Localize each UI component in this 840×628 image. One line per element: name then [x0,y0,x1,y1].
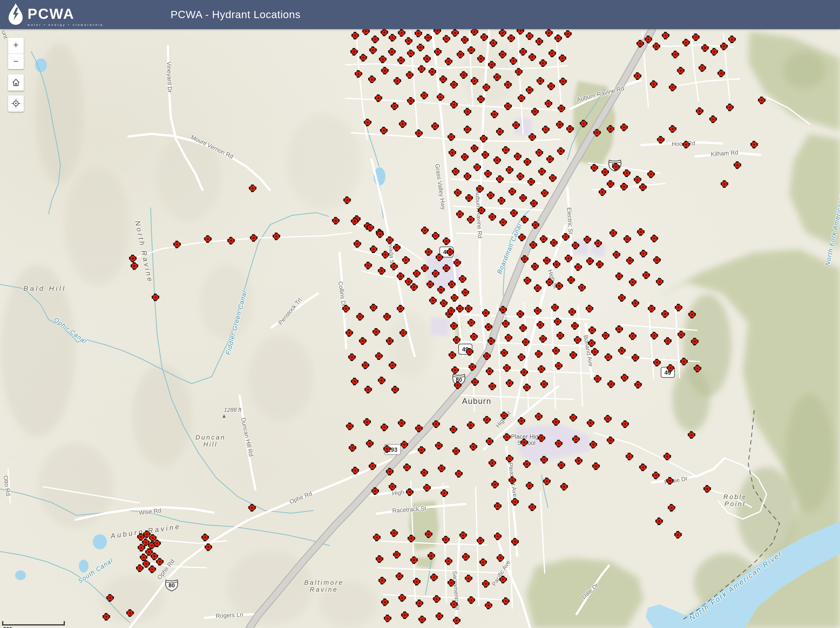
hydrant-marker[interactable] [467,421,475,429]
hydrant-marker[interactable] [664,337,671,345]
hydrant-marker[interactable] [499,29,507,37]
hydrant-marker[interactable] [369,46,377,54]
hydrant-marker[interactable] [485,602,493,609]
hydrant-marker[interactable] [483,416,491,424]
hydrant-marker[interactable] [227,237,235,245]
hydrant-marker[interactable] [698,64,706,72]
hydrant-marker[interactable] [622,420,629,428]
hydrant-marker[interactable] [517,173,524,180]
hydrant-marker[interactable] [572,242,579,249]
hydrant-marker[interactable] [106,594,114,602]
hydrant-marker[interactable] [368,76,376,83]
hydrant-marker[interactable] [397,273,404,280]
hydrant-marker[interactable] [417,44,425,51]
hydrant-marker[interactable] [559,54,566,62]
hydrant-marker[interactable] [451,29,459,37]
hydrant-marker[interactable] [557,461,565,469]
hydrant-marker[interactable] [519,48,527,56]
hydrant-marker[interactable] [482,309,490,317]
hydrant-marker[interactable] [548,50,556,57]
hydrant-marker[interactable] [407,535,415,543]
hydrant-marker[interactable] [701,44,709,52]
hydrant-marker[interactable] [461,289,469,296]
hydrant-marker[interactable] [688,431,695,439]
hydrant-marker[interactable] [470,443,477,451]
hydrant-marker[interactable] [461,153,469,161]
hydrant-marker[interactable] [507,35,515,42]
hydrant-marker[interactable] [467,216,475,224]
hydrant-marker[interactable] [450,101,458,109]
hydrant-marker[interactable] [592,462,600,470]
hydrant-marker[interactable] [624,235,631,243]
hydrant-marker[interactable] [483,352,491,360]
hydrant-marker[interactable] [148,565,156,573]
hydrant-marker[interactable] [538,365,545,373]
hydrant-marker[interactable] [547,83,555,90]
hydrant-marker[interactable] [553,418,560,426]
hydrant-marker[interactable] [584,236,591,243]
hydrant-marker[interactable] [411,556,418,564]
hydrant-marker[interactable] [551,304,559,311]
hydrant-marker[interactable] [634,176,641,184]
hydrant-marker[interactable] [518,353,526,361]
hydrant-marker[interactable] [249,185,257,192]
hydrant-marker[interactable] [626,257,634,265]
hydrant-marker[interactable] [373,328,380,336]
hydrant-marker[interactable] [398,29,406,37]
hydrant-marker[interactable] [556,332,564,339]
hydrant-marker[interactable] [173,241,181,248]
hydrant-marker[interactable] [543,257,551,265]
hydrant-marker[interactable] [514,153,521,160]
hydrant-marker[interactable] [655,518,663,525]
hydrant-marker[interactable] [570,414,577,421]
hydrant-marker[interactable] [636,40,644,48]
hydrant-marker[interactable] [503,364,511,372]
hydrant-marker[interactable] [386,237,394,244]
hydrant-marker[interactable] [540,380,548,388]
hydrant-marker[interactable] [502,597,510,605]
hydrant-marker[interactable] [432,270,439,278]
hydrant-marker[interactable] [539,59,547,67]
hydrant-marker[interactable] [607,125,614,133]
hydrant-marker[interactable] [425,248,433,256]
hydrant-marker[interactable] [396,573,403,580]
hydrant-marker[interactable] [496,175,504,183]
hydrant-marker[interactable] [704,485,711,493]
hydrant-marker[interactable] [443,35,450,43]
hydrant-marker[interactable] [423,55,431,63]
hydrant-marker[interactable] [415,30,422,37]
hydrant-marker[interactable] [482,580,490,588]
hydrant-marker[interactable] [436,254,444,261]
hydrant-marker[interactable] [668,504,676,512]
hydrant-marker[interactable] [535,350,543,358]
hydrant-marker[interactable] [378,377,386,384]
hydrant-marker[interactable] [359,337,366,345]
hydrant-marker[interactable] [355,70,362,78]
hydrant-marker[interactable] [445,58,453,65]
hydrant-marker[interactable] [426,281,434,288]
hydrant-marker[interactable] [538,434,545,442]
hydrant-marker[interactable] [540,235,548,243]
hydrant-marker[interactable] [401,611,409,619]
hydrant-marker[interactable] [436,612,444,620]
hydrant-marker[interactable] [488,213,496,221]
hydrant-marker[interactable] [343,305,350,312]
hydrant-marker[interactable] [651,235,658,243]
hydrant-marker[interactable] [384,615,392,622]
hydrant-marker[interactable] [519,194,527,202]
hydrant-marker[interactable] [518,234,526,241]
hydrant-marker[interactable] [477,537,484,545]
hydrant-marker[interactable] [499,218,507,226]
hydrant-marker[interactable] [530,200,538,207]
hydrant-marker[interactable] [728,36,736,43]
hydrant-marker[interactable] [529,54,536,61]
hydrant-marker[interactable] [639,464,647,471]
hydrant-marker[interactable] [434,48,442,56]
hydrant-marker[interactable] [448,149,456,156]
hydrant-marker[interactable] [131,262,138,270]
hydrant-marker[interactable] [397,57,405,64]
hydrant-marker[interactable] [520,369,528,376]
hydrant-marker[interactable] [522,338,530,346]
hydrant-marker[interactable] [454,382,461,389]
hydrant-marker[interactable] [501,349,508,357]
